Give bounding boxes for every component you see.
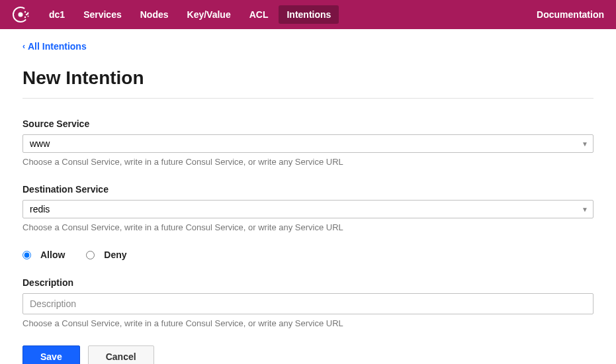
description-group: Description Choose a Consul Service, wri…: [22, 277, 594, 328]
svg-point-1: [19, 13, 23, 17]
svg-point-6: [28, 16, 29, 17]
description-help: Choose a Consul Service, write in a futu…: [22, 318, 594, 328]
nav-item-acl[interactable]: ACL: [242, 5, 277, 24]
cancel-button[interactable]: Cancel: [88, 345, 154, 364]
nav-documentation[interactable]: Documentation: [537, 9, 604, 20]
radio-allow-input[interactable]: [22, 251, 31, 259]
nav-datacenter[interactable]: dc1: [41, 5, 73, 24]
svg-point-3: [26, 14, 27, 15]
consul-logo-icon[interactable]: [12, 6, 29, 23]
nav-item-services[interactable]: Services: [75, 5, 130, 24]
page-title: New Intention: [22, 68, 594, 99]
navbar: dc1 Services Nodes Key/Value ACL Intenti…: [0, 0, 616, 29]
radio-deny-input[interactable]: [86, 251, 95, 259]
description-label: Description: [22, 277, 594, 288]
breadcrumb[interactable]: ‹ All Intentions: [22, 41, 594, 52]
main-container: ‹ All Intentions New Intention Source Se…: [0, 29, 616, 364]
breadcrumb-label: All Intentions: [28, 41, 87, 52]
destination-service-label: Destination Service: [22, 184, 594, 195]
nav-item-keyvalue[interactable]: Key/Value: [179, 5, 239, 24]
description-input[interactable]: [22, 293, 594, 314]
radio-allow[interactable]: Allow: [22, 250, 65, 260]
source-service-group: Source Service ▼ Choose a Consul Service…: [22, 118, 594, 167]
radio-deny[interactable]: Deny: [86, 250, 126, 260]
button-row: Save Cancel: [22, 345, 594, 364]
radio-allow-label: Allow: [40, 250, 65, 260]
nav-items: dc1 Services Nodes Key/Value ACL Intenti…: [41, 5, 537, 24]
svg-point-2: [24, 11, 26, 13]
action-radio-group: Allow Deny: [22, 250, 594, 260]
nav-item-nodes[interactable]: Nodes: [132, 5, 177, 24]
source-service-select[interactable]: ▼: [22, 134, 594, 153]
chevron-left-icon: ‹: [22, 42, 25, 51]
source-service-help: Choose a Consul Service, write in a futu…: [22, 157, 594, 167]
nav-item-intentions[interactable]: Intentions: [279, 5, 339, 24]
destination-service-help: Choose a Consul Service, write in a futu…: [22, 222, 594, 232]
radio-deny-label: Deny: [104, 250, 126, 260]
source-service-input[interactable]: [22, 134, 594, 153]
svg-point-4: [24, 17, 26, 18]
destination-service-input[interactable]: [22, 200, 594, 218]
destination-service-select[interactable]: ▼: [22, 200, 594, 218]
svg-point-5: [28, 13, 29, 14]
source-service-label: Source Service: [22, 118, 594, 129]
destination-service-group: Destination Service ▼ Choose a Consul Se…: [22, 184, 594, 232]
save-button[interactable]: Save: [22, 345, 80, 364]
